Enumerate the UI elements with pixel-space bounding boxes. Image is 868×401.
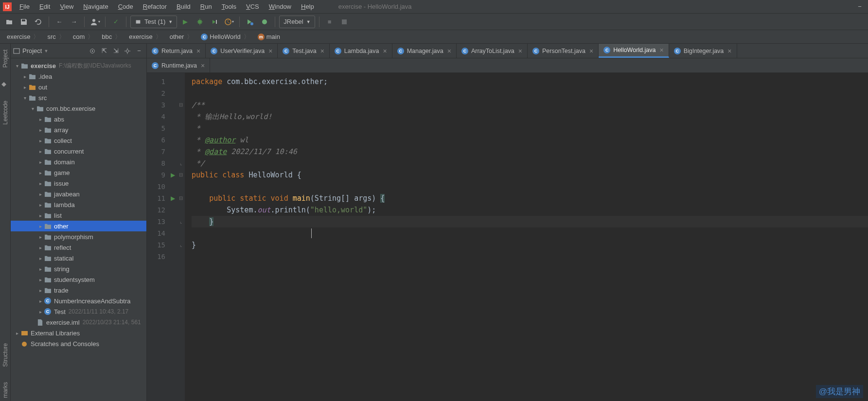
bookmarks-tab[interactable]: marks xyxy=(1,379,10,401)
menu-build[interactable]: Build xyxy=(172,1,195,12)
tab-HelloWorld-java[interactable]: CHelloWorld.java× xyxy=(599,44,669,58)
crumb-other[interactable]: other〉 xyxy=(167,32,197,42)
menu-run[interactable]: Run xyxy=(195,1,217,12)
leetcode-icon[interactable]: ◆ xyxy=(1,80,9,88)
back-icon[interactable]: ← xyxy=(53,16,66,28)
menu-window[interactable]: Window xyxy=(264,1,296,12)
close-tab-icon[interactable]: × xyxy=(727,47,731,55)
settings-icon[interactable] xyxy=(122,46,133,56)
tree-.idea[interactable]: ▸.idea xyxy=(11,71,146,82)
structure-tab[interactable]: Structure xyxy=(1,340,10,370)
svg-point-4 xyxy=(250,22,253,25)
project-tab[interactable]: Project xyxy=(1,47,10,70)
project-panel-title: Project xyxy=(22,47,42,54)
jrebel-debug-icon[interactable] xyxy=(258,16,271,28)
tree-pkg-statical[interactable]: ▸statical xyxy=(11,253,146,263)
expand-all-icon[interactable]: ⇱ xyxy=(99,46,109,56)
menu-vcs[interactable]: VCS xyxy=(241,1,264,12)
close-tab-icon[interactable]: × xyxy=(320,47,324,55)
tree-pkg-concurrent[interactable]: ▸concurrent xyxy=(11,146,146,157)
tree-pkg-javabean[interactable]: ▸javabean xyxy=(11,189,146,199)
menu-code[interactable]: Code xyxy=(113,1,138,12)
tree-pkg-reflect[interactable]: ▸reflect xyxy=(11,242,146,253)
locate-icon[interactable] xyxy=(87,46,98,56)
tree-pkg-list[interactable]: ▸list xyxy=(11,210,146,221)
close-tab-icon[interactable]: × xyxy=(196,47,200,55)
run-gutter[interactable]: ▶▶ xyxy=(168,73,177,401)
menu-view[interactable]: View xyxy=(55,1,78,12)
tree-pkg-issue[interactable]: ▸issue xyxy=(11,178,146,189)
tab-PersonTest-java[interactable]: CPersonTest.java× xyxy=(528,44,599,58)
crumb-com[interactable]: com〉 xyxy=(70,32,98,42)
svg-rect-11 xyxy=(21,331,28,335)
tree-pkg-studentsystem[interactable]: ▸studentsystem xyxy=(11,274,146,285)
jrebel-run-icon[interactable] xyxy=(244,16,256,28)
tab-Manager-java[interactable]: CManager.java× xyxy=(392,44,457,58)
leetcode-tab[interactable]: Leetcode xyxy=(1,98,10,127)
tree-external[interactable]: ▸External Libraries xyxy=(11,328,146,338)
tab-Test-java[interactable]: CTest.java× xyxy=(278,44,330,58)
crumb-exercise[interactable]: exercise〉 xyxy=(4,32,43,42)
crumb-helloworld[interactable]: CHelloWorld〉 xyxy=(198,32,253,42)
debug-icon[interactable] xyxy=(194,16,206,28)
menu-refactor[interactable]: Refactor xyxy=(138,1,172,12)
forward-icon[interactable]: → xyxy=(68,16,80,28)
tree-pkg-trade[interactable]: ▸trade xyxy=(11,285,146,296)
close-tab-icon[interactable]: × xyxy=(589,47,593,55)
tab-BigInteger-java[interactable]: CBigInteger.java× xyxy=(669,44,737,58)
tree-pkg-string[interactable]: ▸string xyxy=(11,263,146,274)
tree-class-Test[interactable]: ▸CTest2022/11/11 10:43, 2.17 xyxy=(11,306,146,317)
tab-UserVerifier-java[interactable]: CUserVerifier.java× xyxy=(206,44,278,58)
fold-gutter[interactable]: ⊟⌞⊟⊟⌞⌞ xyxy=(177,73,185,401)
minimize-icon[interactable]: − xyxy=(853,0,866,13)
avatar-icon[interactable]: ▾ xyxy=(89,16,101,28)
tree-out[interactable]: ▸out xyxy=(11,82,146,92)
menu-tools[interactable]: Tools xyxy=(217,1,241,12)
tree-file-exercise.iml[interactable]: exercise.iml2022/10/23 21:14, 561 xyxy=(11,317,146,328)
menu-file[interactable]: File xyxy=(15,1,35,12)
run-config-selector[interactable]: Test (1) ▼ xyxy=(130,16,177,28)
close-tab-icon[interactable]: × xyxy=(518,47,522,55)
tab-Runtime-java[interactable]: CRuntime.java× xyxy=(147,58,210,72)
profiler-icon[interactable]: ▾ xyxy=(223,16,235,28)
crumb-bbc[interactable]: bbc〉 xyxy=(99,32,125,42)
tree-src[interactable]: ▾src xyxy=(11,92,146,103)
tab-Lambda-java[interactable]: CLambda.java× xyxy=(330,44,392,58)
tree-pkg-collect[interactable]: ▸collect xyxy=(11,135,146,146)
refresh-icon[interactable] xyxy=(32,16,45,28)
open-icon[interactable] xyxy=(3,16,16,28)
tree-root[interactable]: ▾exerciseF:\编程数据\IDE\Java\works xyxy=(11,60,146,71)
tree-pkg-game[interactable]: ▸game xyxy=(11,167,146,178)
code-editor[interactable]: package com.bbc.exercise.other;/** * 输出H… xyxy=(185,73,868,401)
tree-pkg-other[interactable]: ▸other xyxy=(11,221,146,231)
tree-class-NumberIncreaseAndSubtra[interactable]: ▸CNumberIncreaseAndSubtra xyxy=(11,296,146,306)
close-tab-icon[interactable]: × xyxy=(383,47,387,55)
project-tree[interactable]: ▾exerciseF:\编程数据\IDE\Java\works▸.idea▸ou… xyxy=(11,58,146,401)
tree-pkg-domain[interactable]: ▸domain xyxy=(11,157,146,167)
crumb-main[interactable]: mmain xyxy=(255,32,283,41)
run-icon[interactable]: ▶ xyxy=(179,16,192,28)
jrebel-dropdown[interactable]: JRebel ▼ xyxy=(279,16,315,28)
tree-pkg-array[interactable]: ▸array xyxy=(11,124,146,135)
close-tab-icon[interactable]: × xyxy=(447,47,451,55)
crumb-exercise[interactable]: exercise〉 xyxy=(126,32,165,42)
tab-ArrayToList-java[interactable]: CArrayToList.java× xyxy=(457,44,528,58)
tab-Return-java[interactable]: CReturn.java× xyxy=(147,44,206,58)
save-icon[interactable] xyxy=(18,16,30,28)
close-tab-icon[interactable]: × xyxy=(201,62,205,70)
tree-pkg-lambda[interactable]: ▸lambda xyxy=(11,199,146,210)
tree-pkg-abs[interactable]: ▸abs xyxy=(11,114,146,124)
close-tab-icon[interactable]: × xyxy=(268,47,272,55)
tree-pkg-polymorphism[interactable]: ▸polymorphism xyxy=(11,231,146,242)
menu-navigate[interactable]: Navigate xyxy=(78,1,113,12)
tree-pkg-root[interactable]: ▾com.bbc.exercise xyxy=(11,103,146,114)
collapse-all-icon[interactable]: ⇲ xyxy=(110,46,121,56)
crumb-src[interactable]: src〉 xyxy=(44,32,69,42)
coverage-icon[interactable] xyxy=(208,16,221,28)
tree-scratches[interactable]: Scratches and Consoles xyxy=(11,338,146,349)
close-tab-icon[interactable]: × xyxy=(659,46,663,54)
hide-panel-icon[interactable]: − xyxy=(134,46,144,56)
check-icon[interactable]: ✓ xyxy=(109,16,122,28)
menu-help[interactable]: Help xyxy=(296,1,319,12)
menu-edit[interactable]: Edit xyxy=(35,1,55,12)
